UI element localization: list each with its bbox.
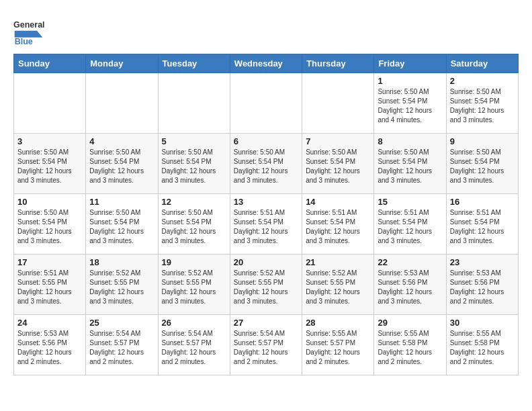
weekday-header-thursday: Thursday xyxy=(302,54,374,73)
day-number: 10 xyxy=(17,197,82,207)
calendar-cell: 17Sunrise: 5:51 AM Sunset: 5:55 PM Dayli… xyxy=(14,255,86,315)
day-number: 24 xyxy=(17,318,82,328)
day-info: Sunrise: 5:54 AM Sunset: 5:57 PM Dayligh… xyxy=(89,329,154,367)
day-info: Sunrise: 5:50 AM Sunset: 5:54 PM Dayligh… xyxy=(378,87,442,125)
calendar-cell: 22Sunrise: 5:53 AM Sunset: 5:56 PM Dayli… xyxy=(374,255,446,315)
calendar-cell: 3Sunrise: 5:50 AM Sunset: 5:54 PM Daylig… xyxy=(14,134,86,194)
day-number: 29 xyxy=(378,318,442,328)
weekday-header-saturday: Saturday xyxy=(446,54,518,73)
day-info: Sunrise: 5:54 AM Sunset: 5:57 PM Dayligh… xyxy=(234,329,298,367)
calendar-cell: 10Sunrise: 5:50 AM Sunset: 5:54 PM Dayli… xyxy=(14,194,86,255)
calendar-cell xyxy=(230,73,302,134)
day-number: 7 xyxy=(306,136,370,146)
calendar-cell xyxy=(86,73,158,134)
day-number: 18 xyxy=(89,257,154,267)
calendar-table: SundayMondayTuesdayWednesdayThursdayFrid… xyxy=(13,54,519,375)
day-info: Sunrise: 5:52 AM Sunset: 5:55 PM Dayligh… xyxy=(234,269,298,306)
day-number: 25 xyxy=(89,318,154,328)
calendar-cell: 2Sunrise: 5:50 AM Sunset: 5:54 PM Daylig… xyxy=(446,73,518,134)
weekday-header-wednesday: Wednesday xyxy=(230,54,302,73)
day-number: 14 xyxy=(306,197,370,207)
calendar-cell: 16Sunrise: 5:51 AM Sunset: 5:54 PM Dayli… xyxy=(446,194,518,255)
day-number: 19 xyxy=(162,257,226,267)
day-info: Sunrise: 5:50 AM Sunset: 5:54 PM Dayligh… xyxy=(450,87,515,125)
calendar-cell: 6Sunrise: 5:50 AM Sunset: 5:54 PM Daylig… xyxy=(230,134,302,194)
week-row-4: 17Sunrise: 5:51 AM Sunset: 5:55 PM Dayli… xyxy=(14,255,519,315)
week-row-5: 24Sunrise: 5:53 AM Sunset: 5:56 PM Dayli… xyxy=(14,315,519,375)
day-info: Sunrise: 5:51 AM Sunset: 5:54 PM Dayligh… xyxy=(450,208,515,246)
calendar-cell: 4Sunrise: 5:50 AM Sunset: 5:54 PM Daylig… xyxy=(86,134,158,194)
day-info: Sunrise: 5:54 AM Sunset: 5:57 PM Dayligh… xyxy=(162,329,226,367)
weekday-header-sunday: Sunday xyxy=(14,54,86,73)
calendar-cell: 15Sunrise: 5:51 AM Sunset: 5:54 PM Dayli… xyxy=(374,194,446,255)
day-info: Sunrise: 5:53 AM Sunset: 5:56 PM Dayligh… xyxy=(17,329,82,367)
day-number: 20 xyxy=(234,257,298,267)
day-info: Sunrise: 5:50 AM Sunset: 5:54 PM Dayligh… xyxy=(162,208,226,246)
day-number: 15 xyxy=(378,197,442,207)
calendar-cell: 18Sunrise: 5:52 AM Sunset: 5:55 PM Dayli… xyxy=(86,255,158,315)
calendar-cell: 19Sunrise: 5:52 AM Sunset: 5:55 PM Dayli… xyxy=(158,255,230,315)
weekday-header-tuesday: Tuesday xyxy=(158,54,230,73)
week-row-3: 10Sunrise: 5:50 AM Sunset: 5:54 PM Dayli… xyxy=(14,194,519,255)
day-number: 1 xyxy=(378,76,442,86)
day-info: Sunrise: 5:55 AM Sunset: 5:58 PM Dayligh… xyxy=(450,329,515,367)
day-number: 27 xyxy=(234,318,298,328)
day-info: Sunrise: 5:50 AM Sunset: 5:54 PM Dayligh… xyxy=(89,208,154,246)
calendar-cell: 7Sunrise: 5:50 AM Sunset: 5:54 PM Daylig… xyxy=(302,134,374,194)
day-number: 12 xyxy=(162,197,226,207)
day-info: Sunrise: 5:50 AM Sunset: 5:54 PM Dayligh… xyxy=(89,148,154,185)
day-number: 26 xyxy=(162,318,226,328)
day-info: Sunrise: 5:50 AM Sunset: 5:54 PM Dayligh… xyxy=(306,148,370,185)
day-info: Sunrise: 5:55 AM Sunset: 5:57 PM Dayligh… xyxy=(306,329,370,367)
day-info: Sunrise: 5:50 AM Sunset: 5:54 PM Dayligh… xyxy=(378,148,442,185)
day-number: 6 xyxy=(234,136,298,146)
day-number: 5 xyxy=(162,136,226,146)
day-info: Sunrise: 5:50 AM Sunset: 5:54 PM Dayligh… xyxy=(162,148,226,185)
calendar-cell: 25Sunrise: 5:54 AM Sunset: 5:57 PM Dayli… xyxy=(86,315,158,375)
calendar-cell: 24Sunrise: 5:53 AM Sunset: 5:56 PM Dayli… xyxy=(14,315,86,375)
calendar-cell xyxy=(302,73,374,134)
day-info: Sunrise: 5:51 AM Sunset: 5:54 PM Dayligh… xyxy=(234,208,298,246)
day-info: Sunrise: 5:53 AM Sunset: 5:56 PM Dayligh… xyxy=(378,269,442,306)
day-info: Sunrise: 5:52 AM Sunset: 5:55 PM Dayligh… xyxy=(162,269,226,306)
calendar-cell: 9Sunrise: 5:50 AM Sunset: 5:54 PM Daylig… xyxy=(446,134,518,194)
calendar-cell: 14Sunrise: 5:51 AM Sunset: 5:54 PM Dayli… xyxy=(302,194,374,255)
day-number: 13 xyxy=(234,197,298,207)
calendar-cell: 27Sunrise: 5:54 AM Sunset: 5:57 PM Dayli… xyxy=(230,315,302,375)
calendar-cell: 29Sunrise: 5:55 AM Sunset: 5:58 PM Dayli… xyxy=(374,315,446,375)
day-info: Sunrise: 5:52 AM Sunset: 5:55 PM Dayligh… xyxy=(306,269,370,306)
calendar-cell: 8Sunrise: 5:50 AM Sunset: 5:54 PM Daylig… xyxy=(374,134,446,194)
calendar-cell: 26Sunrise: 5:54 AM Sunset: 5:57 PM Dayli… xyxy=(158,315,230,375)
day-number: 11 xyxy=(89,197,154,207)
calendar-cell: 23Sunrise: 5:53 AM Sunset: 5:56 PM Dayli… xyxy=(446,255,518,315)
calendar-cell: 21Sunrise: 5:52 AM Sunset: 5:55 PM Dayli… xyxy=(302,255,374,315)
calendar-cell xyxy=(158,73,230,134)
svg-text:General: General xyxy=(13,20,45,30)
day-info: Sunrise: 5:55 AM Sunset: 5:58 PM Dayligh… xyxy=(378,329,442,367)
calendar-cell: 13Sunrise: 5:51 AM Sunset: 5:54 PM Dayli… xyxy=(230,194,302,255)
calendar-cell: 12Sunrise: 5:50 AM Sunset: 5:54 PM Dayli… xyxy=(158,194,230,255)
calendar-cell: 28Sunrise: 5:55 AM Sunset: 5:57 PM Dayli… xyxy=(302,315,374,375)
day-number: 21 xyxy=(306,257,370,267)
day-info: Sunrise: 5:52 AM Sunset: 5:55 PM Dayligh… xyxy=(89,269,154,306)
day-number: 16 xyxy=(450,197,515,207)
header: General Blue xyxy=(13,13,519,47)
week-row-1: 1Sunrise: 5:50 AM Sunset: 5:54 PM Daylig… xyxy=(14,73,519,134)
day-info: Sunrise: 5:51 AM Sunset: 5:55 PM Dayligh… xyxy=(17,269,82,306)
calendar-cell: 30Sunrise: 5:55 AM Sunset: 5:58 PM Dayli… xyxy=(446,315,518,375)
weekday-header-friday: Friday xyxy=(374,54,446,73)
day-number: 28 xyxy=(306,318,370,328)
day-number: 17 xyxy=(17,257,82,267)
day-number: 22 xyxy=(378,257,442,267)
day-info: Sunrise: 5:51 AM Sunset: 5:54 PM Dayligh… xyxy=(306,208,370,246)
svg-text:Blue: Blue xyxy=(15,37,33,46)
day-info: Sunrise: 5:50 AM Sunset: 5:54 PM Dayligh… xyxy=(17,148,82,185)
day-info: Sunrise: 5:51 AM Sunset: 5:54 PM Dayligh… xyxy=(378,208,442,246)
weekday-header-row: SundayMondayTuesdayWednesdayThursdayFrid… xyxy=(14,54,519,73)
day-number: 2 xyxy=(450,76,515,86)
week-row-2: 3Sunrise: 5:50 AM Sunset: 5:54 PM Daylig… xyxy=(14,134,519,194)
calendar-cell: 1Sunrise: 5:50 AM Sunset: 5:54 PM Daylig… xyxy=(374,73,446,134)
day-number: 3 xyxy=(17,136,82,146)
calendar-cell xyxy=(14,73,86,134)
day-info: Sunrise: 5:50 AM Sunset: 5:54 PM Dayligh… xyxy=(234,148,298,185)
